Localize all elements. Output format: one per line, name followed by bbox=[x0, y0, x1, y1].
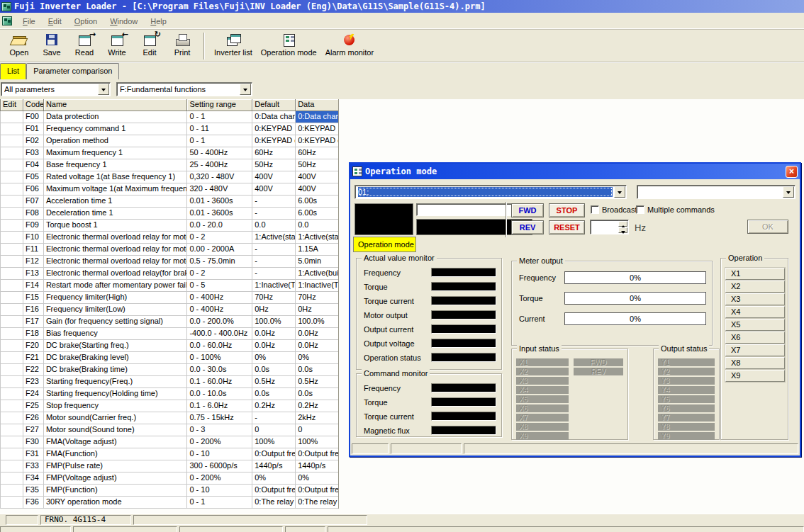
table-row[interactable]: F04 Base frequency 1 25 - 400Hz 50Hz 50H… bbox=[0, 159, 338, 171]
menu-item[interactable]: Edit bbox=[42, 16, 68, 27]
toolbar-button[interactable]: ↻ Edit bbox=[133, 32, 166, 57]
cell-data[interactable]: 50Hz bbox=[296, 159, 338, 171]
table-row[interactable]: F12 Electronic thermal overload relay fo… bbox=[0, 256, 338, 268]
cell-data[interactable]: 0:Output fre bbox=[296, 448, 338, 460]
cell-data[interactable]: 6.00s bbox=[296, 196, 338, 208]
cell-data[interactable]: 5.0min bbox=[296, 256, 338, 268]
cell-data[interactable]: 0.0 bbox=[296, 220, 338, 232]
cell-data[interactable]: 400V bbox=[296, 183, 338, 196]
table-row[interactable]: F06 Maximum voltage 1(at Maximum frequen… bbox=[0, 183, 338, 196]
checkbox-icon[interactable] bbox=[591, 205, 599, 214]
table-row[interactable]: F09 Torque boost 1 0.0 - 20.0 0.0 0.0 bbox=[0, 220, 338, 232]
table-row[interactable]: F17 Gain (for frequency setting signal) … bbox=[0, 316, 338, 328]
cell-data[interactable]: 1.15A bbox=[296, 244, 338, 256]
dropdown-arrow-icon[interactable] bbox=[614, 186, 625, 198]
toolbar-button[interactable]: Save bbox=[35, 32, 68, 57]
table-row[interactable]: F35 FMP(Function) 0 - 10 0:Output fre 0:… bbox=[0, 485, 338, 497]
terminal-command-button[interactable]: X3 bbox=[725, 293, 785, 305]
stop-button[interactable]: STOP bbox=[549, 203, 585, 217]
toolbar-button[interactable]: Operation mode bbox=[257, 32, 321, 57]
table-row[interactable]: F05 Rated voltage 1(at Base frequency 1)… bbox=[0, 171, 338, 183]
cell-data[interactable]: 1:Inactive(Tr bbox=[296, 280, 338, 292]
header-edit[interactable]: Edit bbox=[0, 99, 23, 111]
cell-data[interactable]: 0:Data chan bbox=[296, 111, 338, 123]
header-code[interactable]: Code bbox=[23, 99, 44, 111]
table-row[interactable]: F25 Stop frequency 0.1 - 6.0Hz 0.2Hz 0.2… bbox=[0, 400, 338, 412]
cell-data[interactable]: 0:KEYPAD c bbox=[296, 135, 338, 147]
close-icon[interactable]: × bbox=[786, 166, 798, 178]
cell-data[interactable]: 0% bbox=[296, 472, 338, 485]
terminal-command-button[interactable]: X7 bbox=[725, 344, 785, 356]
toolbar-button[interactable]: Open bbox=[3, 32, 35, 57]
broadcast-checkbox[interactable]: Broadcast bbox=[591, 205, 637, 214]
table-row[interactable]: F33 FMP(Pulse rate) 300 - 6000p/s 1440p/… bbox=[0, 460, 338, 472]
cell-data[interactable]: 1440p/s bbox=[296, 460, 338, 472]
table-row[interactable]: F34 FMP(Voltage adjust) 0 - 200% 0% 0% bbox=[0, 472, 338, 485]
table-row[interactable]: F01 Frequency command 1 0 - 11 0:KEYPAD … bbox=[0, 123, 338, 135]
cell-data[interactable]: 0.5Hz bbox=[296, 376, 338, 388]
tab-parameter-comparison[interactable]: Parameter comparison bbox=[26, 63, 119, 79]
cell-data[interactable]: 0.0s bbox=[296, 364, 338, 376]
cell-data[interactable]: 400V bbox=[296, 171, 338, 183]
toolbar-button[interactable]: ← Write bbox=[101, 32, 133, 57]
checkbox-icon[interactable] bbox=[636, 205, 644, 214]
rev-button[interactable]: REV bbox=[511, 220, 544, 234]
toolbar-button[interactable]: Alarm monitor bbox=[321, 32, 378, 57]
tab-list[interactable]: List bbox=[0, 63, 26, 79]
table-row[interactable]: F24 Starting frequency(Holding time) 0.0… bbox=[0, 388, 338, 400]
cell-data[interactable]: 100% bbox=[296, 436, 338, 448]
toolbar-button[interactable]: Inverter list bbox=[210, 32, 257, 57]
cell-data[interactable]: 1:Active(sta bbox=[296, 232, 338, 244]
table-row[interactable]: F02 Operation method 0 - 1 0:KEYPAD c 0:… bbox=[0, 135, 338, 147]
cell-data[interactable]: 0.0Hz bbox=[296, 340, 338, 352]
spin-up-icon[interactable] bbox=[618, 221, 627, 227]
table-row[interactable]: F13 Electronic thermal overload relay(fo… bbox=[0, 268, 338, 280]
table-row[interactable]: F22 DC brake(Braking time) 0.0 - 30.0s 0… bbox=[0, 364, 338, 376]
table-row[interactable]: F10 Electronic thermal overload relay fo… bbox=[0, 232, 338, 244]
terminal-command-button[interactable]: X5 bbox=[725, 319, 785, 331]
terminal-command-button[interactable]: X1 bbox=[725, 268, 785, 280]
table-row[interactable]: F08 Deceleration time 1 0.01 - 3600s - 6… bbox=[0, 208, 338, 220]
menu-item[interactable]: Window bbox=[104, 16, 144, 27]
terminal-command-button[interactable]: X2 bbox=[725, 281, 785, 293]
parameter-category-select[interactable]: All parameters bbox=[1, 82, 111, 96]
menu-item[interactable]: Help bbox=[144, 16, 173, 27]
table-row[interactable]: F11 Electronic thermal overload relay fo… bbox=[0, 244, 338, 256]
table-row[interactable]: F00 Data protection 0 - 1 0:Data chan 0:… bbox=[0, 111, 338, 123]
function-group-select[interactable]: F:Fundamental functions bbox=[116, 82, 252, 96]
cell-data[interactable]: 6.00s bbox=[296, 208, 338, 220]
table-row[interactable]: F23 Starting frequency(Freq.) 0.1 - 60.0… bbox=[0, 376, 338, 388]
dropdown-arrow-icon[interactable] bbox=[240, 84, 251, 95]
cell-data[interactable]: 0 bbox=[296, 424, 338, 436]
cell-data[interactable]: 0:The relay bbox=[296, 497, 338, 509]
table-row[interactable]: F21 DC brake(Braking level) 0 - 100% 0% … bbox=[0, 352, 338, 364]
cell-data[interactable]: 100.0% bbox=[296, 316, 338, 328]
header-name[interactable]: Name bbox=[44, 99, 188, 111]
cell-data[interactable]: 0.0s bbox=[296, 388, 338, 400]
table-row[interactable]: F18 Bias frequency -400.0 - 400.0Hz 0.0H… bbox=[0, 328, 338, 340]
table-row[interactable]: F15 Frequency limiter(High) 0 - 400Hz 70… bbox=[0, 292, 338, 304]
multiple-commands-checkbox[interactable]: Multiple commands bbox=[636, 205, 715, 214]
cell-data[interactable]: 0:Output fre bbox=[296, 485, 338, 497]
fwd-button[interactable]: FWD bbox=[511, 203, 544, 217]
cell-data[interactable]: 0Hz bbox=[296, 304, 338, 316]
cell-data[interactable]: 0.0Hz bbox=[296, 328, 338, 340]
table-row[interactable]: F20 DC brake(Starting freq.) 0.0 - 60.0H… bbox=[0, 340, 338, 352]
header-data[interactable]: Data bbox=[296, 99, 338, 111]
table-row[interactable]: F14 Restart mode after momentary power f… bbox=[0, 280, 338, 292]
dropdown-arrow-icon[interactable] bbox=[98, 84, 109, 95]
frequency-spinner[interactable] bbox=[590, 220, 629, 234]
header-default[interactable]: Default bbox=[252, 99, 296, 111]
menu-item[interactable]: File bbox=[16, 16, 42, 27]
terminal-command-button[interactable]: X9 bbox=[725, 370, 785, 382]
toolbar-button[interactable]: → Read bbox=[68, 32, 101, 57]
terminal-command-button[interactable]: X8 bbox=[725, 357, 785, 369]
cell-data[interactable]: 0% bbox=[296, 352, 338, 364]
spin-down-icon[interactable] bbox=[618, 227, 627, 233]
header-setting-range[interactable]: Setting range bbox=[187, 99, 252, 111]
dialog-tab-operation-mode[interactable]: Operation mode bbox=[353, 237, 416, 252]
ok-button[interactable]: OK bbox=[747, 220, 788, 234]
table-row[interactable]: F07 Acceleration time 1 0.01 - 3600s - 6… bbox=[0, 196, 338, 208]
table-row[interactable]: F03 Maximum frequency 1 50 - 400Hz 60Hz … bbox=[0, 147, 338, 159]
cell-data[interactable]: 2kHz bbox=[296, 412, 338, 424]
